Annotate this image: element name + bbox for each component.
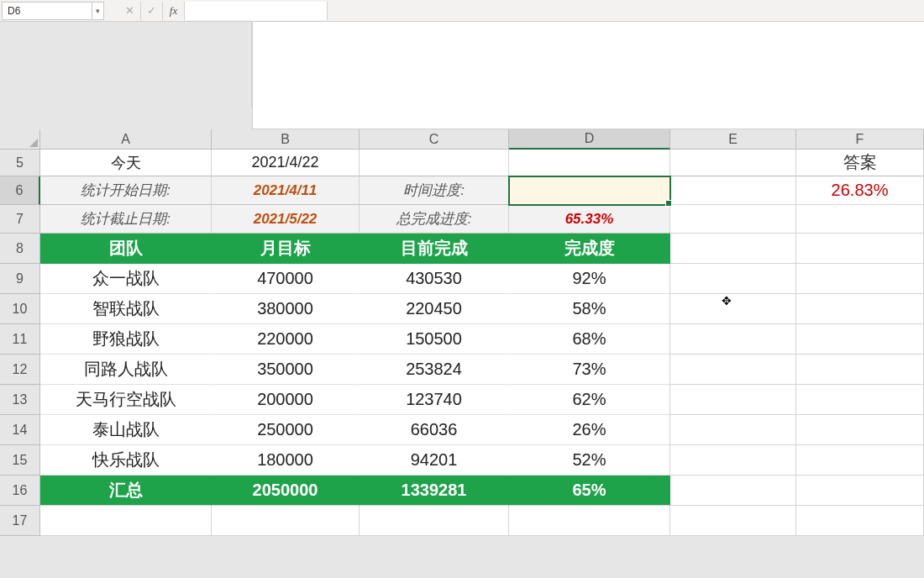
cell-B12[interactable]: 350000 — [212, 355, 360, 385]
cell-D10[interactable]: 58% — [509, 294, 670, 324]
cell-C7[interactable]: 总完成进度: — [360, 205, 509, 234]
cell-B10[interactable]: 380000 — [212, 294, 360, 324]
fx-icon[interactable]: fx — [163, 2, 185, 20]
cell-B16[interactable]: 2050000 — [212, 476, 360, 506]
cell-E5[interactable] — [670, 150, 796, 176]
cell-C13[interactable]: 123740 — [360, 385, 509, 415]
cell-B6[interactable]: 2021/4/11 — [212, 176, 360, 205]
cell-D11[interactable]: 68% — [509, 324, 670, 355]
name-box-dropdown[interactable]: ▾ — [92, 2, 104, 20]
cell-F5[interactable]: 答案 — [796, 150, 924, 176]
cell-A14[interactable]: 泰山战队 — [40, 415, 212, 445]
col-header-D[interactable]: D — [509, 129, 670, 150]
cell-F11[interactable] — [796, 324, 924, 355]
cell-A6[interactable]: 统计开始日期: — [40, 176, 212, 205]
col-header-F[interactable]: F — [796, 129, 924, 150]
row-header-8[interactable]: 8 — [0, 234, 40, 264]
cell-F15[interactable] — [796, 445, 924, 476]
cell-D16[interactable]: 65% — [509, 476, 670, 506]
cell-C10[interactable]: 220450 — [360, 294, 509, 324]
row-header-11[interactable]: 11 — [0, 324, 40, 355]
cell-E10[interactable] — [670, 294, 796, 324]
cell-A12[interactable]: 同路人战队 — [40, 355, 212, 385]
row-header-6[interactable]: 6 — [0, 176, 40, 205]
cell-B5[interactable]: 2021/4/22 — [212, 150, 360, 176]
cell-D15[interactable]: 52% — [509, 445, 670, 476]
cell-C6[interactable]: 时间进度: — [360, 176, 509, 205]
cell-A15[interactable]: 快乐战队 — [40, 445, 212, 476]
cell-E17[interactable] — [670, 506, 796, 536]
cell-D14[interactable]: 26% — [509, 415, 670, 445]
cell-F6[interactable]: 26.83% — [796, 176, 924, 205]
cell-A17[interactable] — [40, 506, 212, 536]
cell-C17[interactable] — [360, 506, 509, 536]
cell-D6[interactable] — [509, 176, 670, 205]
cell-A9[interactable]: 众一战队 — [40, 264, 212, 294]
cell-E6[interactable] — [670, 176, 796, 205]
cell-D9[interactable]: 92% — [509, 264, 670, 294]
cell-F7[interactable] — [796, 205, 924, 234]
row-header-10[interactable]: 10 — [0, 294, 40, 324]
cell-E16[interactable] — [670, 476, 796, 506]
cell-F12[interactable] — [796, 355, 924, 385]
cell-C9[interactable]: 430530 — [360, 264, 509, 294]
cell-D8[interactable]: 完成度 — [509, 234, 670, 264]
cell-B8[interactable]: 月目标 — [212, 234, 360, 264]
row-header-16[interactable]: 16 — [0, 476, 40, 506]
cell-E14[interactable] — [670, 415, 796, 445]
cell-C12[interactable]: 253824 — [360, 355, 509, 385]
cell-F13[interactable] — [796, 385, 924, 415]
cell-D12[interactable]: 73% — [509, 355, 670, 385]
row-header-17[interactable]: 17 — [0, 506, 40, 536]
cell-B7[interactable]: 2021/5/22 — [212, 205, 360, 234]
cell-A11[interactable]: 野狼战队 — [40, 324, 212, 355]
cell-B11[interactable]: 220000 — [212, 324, 360, 355]
cell-C14[interactable]: 66036 — [360, 415, 509, 445]
cell-A5[interactable]: 今天 — [40, 150, 212, 176]
cell-C11[interactable]: 150500 — [360, 324, 509, 355]
cell-A7[interactable]: 统计截止日期: — [40, 205, 212, 234]
cell-F10[interactable] — [796, 294, 924, 324]
cell-F17[interactable] — [796, 506, 924, 536]
row-header-13[interactable]: 13 — [0, 385, 40, 415]
cell-A10[interactable]: 智联战队 — [40, 294, 212, 324]
cell-D13[interactable]: 62% — [509, 385, 670, 415]
cell-C15[interactable]: 94201 — [360, 445, 509, 476]
cell-F14[interactable] — [796, 415, 924, 445]
cell-E11[interactable] — [670, 324, 796, 355]
cell-D7[interactable]: 65.33% — [509, 205, 670, 234]
row-header-7[interactable]: 7 — [0, 205, 40, 234]
cell-A8[interactable]: 团队 — [40, 234, 212, 264]
cell-B15[interactable]: 180000 — [212, 445, 360, 476]
cell-B9[interactable]: 470000 — [212, 264, 360, 294]
cell-A13[interactable]: 天马行空战队 — [40, 385, 212, 415]
row-header-14[interactable]: 14 — [0, 415, 40, 445]
cell-B14[interactable]: 250000 — [212, 415, 360, 445]
col-header-C[interactable]: C — [360, 129, 509, 150]
cell-C8[interactable]: 目前完成 — [360, 234, 509, 264]
cell-E12[interactable] — [670, 355, 796, 385]
formula-expanded-area[interactable] — [252, 22, 924, 129]
cell-C5[interactable] — [360, 150, 509, 176]
col-header-B[interactable]: B — [212, 129, 360, 150]
cell-F16[interactable] — [796, 476, 924, 506]
cell-A16[interactable]: 汇总 — [40, 476, 212, 506]
select-all-corner[interactable] — [0, 129, 40, 150]
row-header-9[interactable]: 9 — [0, 264, 40, 294]
cell-F9[interactable] — [796, 264, 924, 294]
row-header-5[interactable]: 5 — [0, 150, 40, 176]
cell-D5[interactable] — [509, 150, 670, 176]
cell-E15[interactable] — [670, 445, 796, 476]
cell-E7[interactable] — [670, 205, 796, 234]
row-header-15[interactable]: 15 — [0, 445, 40, 476]
row-header-12[interactable]: 12 — [0, 355, 40, 385]
cell-E9[interactable] — [670, 264, 796, 294]
cell-E8[interactable] — [670, 234, 796, 264]
cell-B17[interactable] — [212, 506, 360, 536]
name-box[interactable]: D6 — [2, 2, 92, 20]
col-header-A[interactable]: A — [40, 129, 212, 150]
cell-F8[interactable] — [796, 234, 924, 264]
cell-B13[interactable]: 200000 — [212, 385, 360, 415]
cell-D17[interactable] — [509, 506, 670, 536]
formula-input[interactable] — [185, 2, 328, 20]
